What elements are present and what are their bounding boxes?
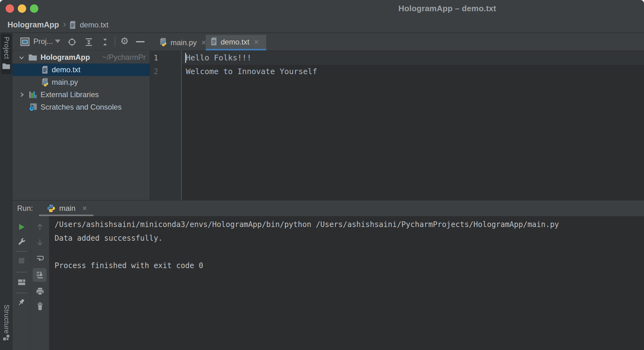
breadcrumb-project[interactable]: HologramApp (7, 20, 59, 29)
console-line: /Users/ashishsaini/miniconda3/envs/Holog… (55, 218, 644, 231)
breadcrumb-separator-icon: › (63, 19, 66, 29)
expand-all-icon[interactable] (84, 37, 94, 48)
editor-line[interactable]: Welcome to Innovate Yourself (182, 65, 644, 78)
tab-main-py[interactable]: main.py ✕ (155, 35, 211, 50)
libraries-icon (29, 91, 37, 100)
chevron-down-icon[interactable] (55, 40, 60, 43)
run-toolbar-left (12, 216, 31, 350)
tree-row-main-py[interactable]: main.py (12, 76, 150, 88)
print-icon[interactable] (34, 286, 46, 297)
folder-icon[interactable] (2, 63, 10, 70)
tree-scratches[interactable]: Scratches and Consoles (41, 103, 122, 111)
minimize-window-button[interactable] (18, 4, 26, 13)
tree-row-external-libraries[interactable]: External Libraries (12, 88, 150, 101)
text-file-icon (210, 37, 218, 47)
run-settings-wrench-icon[interactable] (16, 236, 27, 247)
chevron-right-icon[interactable] (18, 91, 26, 100)
tree-file-main-py[interactable]: main.py (52, 78, 78, 87)
editor-gutter: 1 2 (150, 50, 182, 200)
window-title: HologramApp – demo.txt (398, 4, 496, 13)
zoom-window-button[interactable] (30, 4, 38, 13)
soft-wrap-icon[interactable] (34, 253, 46, 264)
clear-console-trash-icon[interactable] (34, 300, 46, 312)
python-file-icon (159, 38, 167, 48)
locate-file-icon[interactable] (67, 37, 77, 48)
rerun-icon[interactable] (16, 221, 27, 233)
gear-icon[interactable]: ⚙ (120, 35, 129, 46)
tree-row-demo-txt[interactable]: demo.txt (12, 64, 150, 76)
toolbar-separator (16, 293, 27, 293)
text-file-icon (69, 21, 76, 31)
structure-tool-button-label[interactable]: Structure (2, 305, 11, 334)
tree-project-path: ~/PycharmPr (102, 53, 146, 62)
pycharm-window: HologramApp – demo.txt HologramApp › dem… (0, 0, 644, 350)
tab-label[interactable]: main.py (171, 38, 197, 47)
editor-area[interactable]: Hello Folks!!! Welcome to Innovate Yours… (182, 50, 644, 200)
stop-icon[interactable] (16, 255, 27, 266)
structure-icon[interactable] (2, 334, 10, 343)
toolbar-separator (16, 272, 27, 272)
editor-line[interactable]: Hello Folks!!! (182, 51, 644, 65)
collapse-all-icon[interactable] (100, 37, 110, 48)
text-file-icon (41, 65, 49, 75)
toolbar-separator (16, 251, 27, 252)
toolbar-separator (115, 37, 115, 47)
editor-tab-bar: main.py ✕ demo.txt ✕ (150, 33, 644, 50)
python-file-icon (41, 78, 49, 88)
run-panel-label: Run: (17, 204, 33, 213)
tab-demo-txt-active[interactable]: demo.txt ✕ (206, 35, 266, 50)
scroll-to-end-icon[interactable] (34, 269, 46, 281)
restore-layout-icon[interactable] (16, 277, 27, 288)
tree-external-libraries[interactable]: External Libraries (41, 90, 99, 99)
text-caret (185, 53, 186, 63)
breadcrumb: HologramApp › demo.txt (0, 17, 644, 33)
python-icon (47, 204, 55, 214)
run-console[interactable]: /Users/ashishsaini/miniconda3/envs/Holog… (49, 216, 644, 350)
tree-project-name[interactable]: HologramApp (41, 53, 90, 62)
project-view-selector[interactable]: Proj... (33, 37, 53, 46)
console-line: Process finished with exit code 0 (55, 259, 644, 272)
close-run-tab-icon[interactable]: ✕ (82, 205, 87, 212)
run-panel-header: Run: main ✕ (12, 200, 644, 216)
run-tab-main[interactable]: main (59, 204, 75, 213)
line-number: 1 (154, 51, 181, 65)
tool-window-strip: Project Structure (0, 33, 12, 350)
console-line (55, 245, 644, 259)
project-tool-button-label[interactable]: Project (2, 37, 11, 59)
close-window-button[interactable] (6, 4, 14, 13)
line-number: 2 (154, 65, 181, 78)
pin-tab-icon[interactable] (16, 297, 27, 308)
breadcrumb-file[interactable]: demo.txt (80, 21, 108, 29)
run-toolbar-console (31, 216, 49, 350)
console-line: Data added successfully. (55, 231, 644, 245)
chevron-down-icon[interactable] (18, 54, 25, 63)
title-bar: HologramApp – demo.txt (0, 0, 644, 17)
tree-row-scratches[interactable]: Scratches and Consoles (12, 101, 150, 113)
close-tab-icon[interactable]: ✕ (254, 38, 259, 46)
down-stack-trace-icon[interactable] (34, 237, 46, 248)
project-panel: Proj... ⚙ HologramApp ~/Pychar (12, 33, 150, 200)
project-toolbar: Proj... ⚙ (12, 33, 150, 50)
tab-label[interactable]: demo.txt (221, 38, 249, 46)
tree-file-demo-txt[interactable]: demo.txt (52, 65, 80, 74)
hide-panel-icon[interactable] (136, 41, 145, 42)
folder-icon (29, 54, 37, 62)
tree-row-project-root[interactable]: HologramApp ~/PycharmPr (12, 51, 150, 64)
scratches-icon (29, 103, 37, 113)
project-view-icon[interactable] (20, 37, 30, 47)
up-stack-trace-icon[interactable] (34, 221, 46, 233)
